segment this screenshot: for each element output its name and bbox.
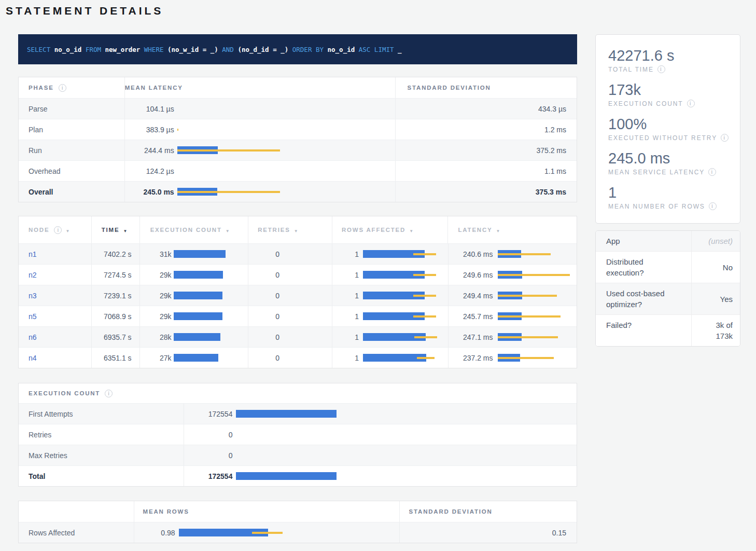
latency-bar (498, 292, 573, 299)
stat-executed-without-retry: 100% EXECUTED WITHOUT RETRY (608, 115, 740, 142)
std-dev-value: 0.15 (552, 529, 566, 537)
table-row: Plan 383.9 µs 1.2 ms (19, 119, 577, 140)
phase-label: Run (29, 146, 42, 155)
execution-count-value: 31k (143, 250, 172, 258)
sql-identifier: new_order (101, 46, 140, 53)
execution-count-label: First Attempts (29, 410, 73, 418)
sql-identifier: (no_d_id = _) (234, 46, 288, 53)
execution-count-value: 28k (143, 333, 172, 341)
node-link[interactable]: n6 (29, 333, 37, 341)
rows-affected-value: 1 (342, 271, 359, 279)
sort-arrow-icon (123, 225, 127, 235)
execution-count-column-header[interactable]: EXECUTION COUNT (140, 216, 249, 243)
latency-bar (498, 312, 573, 320)
time-value: 6351.1 s (104, 354, 132, 362)
rows-affected-column-header[interactable]: ROWS AFFECTED (332, 216, 449, 243)
attribute-row-failed: Failed? 3k of 173k (596, 314, 740, 346)
execution-count-label: Retries (29, 431, 51, 439)
table-row: n2 7274.5 s 29k 0 1 249.6 ms (19, 264, 577, 285)
time-value: 7274.5 s (104, 271, 132, 279)
rows-affected-bar (363, 271, 441, 279)
sql-identifier: _ (394, 46, 401, 53)
std-dev-column-header: STANDARD DEVIATION (408, 85, 491, 91)
node-link[interactable]: n4 (29, 354, 37, 362)
info-icon[interactable] (709, 202, 717, 210)
sort-arrow-icon (294, 225, 298, 235)
node-link[interactable]: n2 (29, 271, 37, 279)
node-link[interactable]: n3 (29, 292, 37, 300)
rows-affected-bar (363, 312, 441, 320)
page-title: STATEMENT DETAILS (6, 5, 163, 17)
sql-keyword: LIMIT (370, 46, 394, 53)
rows-affected-bar (363, 250, 441, 258)
info-icon[interactable] (59, 84, 66, 92)
rows-affected-bar (363, 333, 441, 341)
sql-keyword: ASC (355, 46, 370, 53)
execution-count-bar (174, 271, 229, 279)
std-dev-column-header: STANDARD DEVIATION (409, 508, 493, 515)
mean-rows-bar (179, 529, 288, 536)
retries-column-header[interactable]: RETRIES (248, 216, 332, 243)
retries-value: 0 (269, 354, 286, 362)
statement-attributes-card: App (unset) Distributed execution? No Us… (595, 230, 740, 347)
stat-mean-number-of-rows: 1 MEAN NUMBER OF ROWS (608, 184, 740, 210)
retries-value: 0 (269, 292, 286, 300)
sql-identifier: no_o_id (324, 46, 355, 53)
attribute-label: Used cost-based optimizer? (596, 283, 692, 314)
info-icon[interactable] (54, 226, 62, 234)
execution-count-value: 0 (188, 431, 232, 439)
latency-bar (177, 167, 281, 175)
node-column-header[interactable]: NODE (19, 216, 92, 243)
retries-value: 0 (269, 312, 286, 321)
latency-value: 245.7 ms (452, 312, 493, 321)
table-row: n3 7239.1 s 29k 0 1 249.4 ms (19, 285, 577, 306)
main-content: SELECT no_o_id FROM new_order WHERE (no_… (18, 34, 577, 543)
node-link[interactable]: n1 (29, 250, 37, 258)
info-icon[interactable] (721, 134, 729, 142)
retries-value: 0 (269, 250, 286, 258)
attribute-row-app: App (unset) (596, 231, 740, 251)
latency-bar (498, 333, 573, 341)
info-icon[interactable] (657, 65, 665, 73)
table-row: n5 7068.9 s 29k 0 1 245.7 ms (19, 306, 577, 326)
latency-column-header[interactable]: LATENCY (448, 216, 577, 243)
rows-affected-label: Rows Affected (29, 529, 75, 537)
info-icon[interactable] (687, 100, 695, 107)
rows-affected-value: 1 (342, 292, 359, 300)
info-icon[interactable] (105, 390, 113, 397)
table-row: Run 244.4 ms 375.2 ms (19, 140, 577, 160)
table-row: Total 172554 (19, 465, 577, 486)
phase-label: Overall (29, 188, 53, 196)
retries-value: 0 (269, 271, 286, 279)
stat-label: EXECUTED WITHOUT RETRY (608, 134, 717, 142)
sql-keyword: ORDER BY (288, 46, 324, 53)
latency-value: 249.6 ms (452, 271, 493, 279)
latency-bar (177, 188, 281, 196)
rows-affected-value: 1 (342, 354, 359, 362)
attribute-label: Failed? (596, 315, 692, 346)
time-value: 6935.7 s (104, 333, 132, 341)
mean-latency-value: 383.9 µs (129, 126, 174, 134)
table-row: Overall 245.0 ms 375.3 ms (19, 181, 577, 202)
sort-arrow-icon (226, 225, 230, 235)
table-row: n1 7402.2 s 31k 0 1 240.6 ms (19, 243, 577, 264)
execution-count-bar (174, 292, 229, 299)
time-value: 7239.1 s (104, 292, 132, 300)
table-row: Overhead 124.2 µs 1.1 ms (19, 160, 577, 181)
sql-keyword: FROM (81, 46, 101, 53)
stat-value: 42271.6 s (608, 47, 740, 64)
time-column-header[interactable]: TIME (92, 216, 140, 243)
sort-arrow-icon (496, 225, 500, 235)
execution-count-bar (236, 451, 340, 459)
mean-rows-value: 0.98 (143, 529, 175, 537)
table-row: n6 6935.7 s 28k 0 1 247.1 ms (19, 326, 577, 347)
sql-identifier: no_o_id (50, 46, 81, 53)
node-stats-table: NODE TIME EXECUTION COUNT RETRIES ROWS A… (18, 216, 577, 368)
latency-value: 240.6 ms (452, 250, 493, 258)
node-link[interactable]: n5 (29, 312, 37, 321)
phase-label: Plan (29, 126, 43, 134)
info-icon[interactable] (708, 168, 716, 176)
table-row: Rows Affected 0.98 0.15 (19, 522, 577, 543)
execution-count-bar (236, 431, 340, 438)
table-row: n4 6351.1 s 27k 0 1 237.2 ms (19, 347, 577, 368)
